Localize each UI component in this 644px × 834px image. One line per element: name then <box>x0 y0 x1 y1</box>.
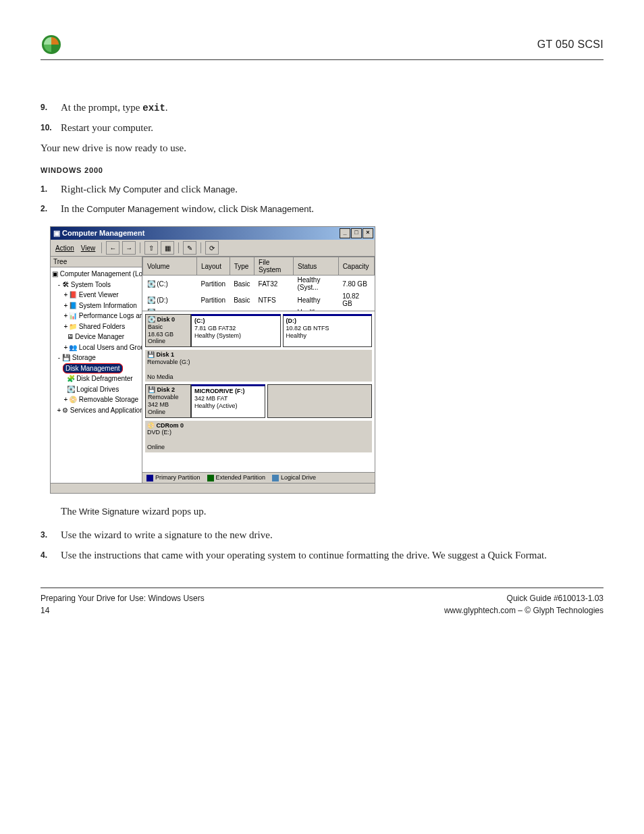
paragraph-ready: Your new drive is now ready to use. <box>41 142 603 154</box>
maximize-button[interactable]: □ <box>351 228 362 238</box>
window-icon: ▣ <box>53 229 60 237</box>
section-heading-windows2000: WINDOWS 2000 <box>41 166 603 174</box>
toolbar-forward-button[interactable]: → <box>122 241 136 255</box>
paragraph-wizard: The Write Signature wizard pops up. <box>61 506 603 517</box>
footer-guide-id: Quick Guide #610013-1.03 <box>507 594 603 603</box>
right-pane: Volume Layout Type File System Status Ca… <box>142 257 375 483</box>
step-1: 1. Right-click My Computer and click Man… <box>41 182 603 197</box>
steps-after-wizard: 3. Use the wizard to write a signature t… <box>41 528 603 563</box>
disk-row: 💽 Disk 0 Basic 18.63 GB Online (C:) 7.81… <box>145 314 372 347</box>
page-footer: Preparing Your Drive for Use: Windows Us… <box>41 594 603 615</box>
volume-row: 💽 (D:) Partition Basic NTFS Healthy 10.8… <box>143 292 375 308</box>
tree-header: Tree <box>51 257 142 267</box>
disk-graphical-view[interactable]: 💽 Disk 0 Basic 18.63 GB Online (C:) 7.81… <box>142 311 375 472</box>
titlebar: ▣ Computer Management _ □ × <box>51 227 375 240</box>
tree-item-disk-management[interactable]: Disk Management <box>63 363 123 374</box>
tree-pane: Tree ▣ Computer Management (Local) -🛠 Sy… <box>51 257 142 483</box>
disk-row: 💾 Disk 1 Removable (G:) No Media <box>145 350 372 382</box>
screenshot-computer-management: ▣ Computer Management _ □ × Action View … <box>50 226 375 494</box>
close-button[interactable]: × <box>363 228 373 238</box>
disk-row: 💾 Disk 2 Removable 342 MB Online MICRODR… <box>145 384 372 417</box>
window-title: Computer Management <box>62 229 144 237</box>
toolbar-up-button[interactable]: ⇧ <box>144 241 158 255</box>
disk-row: 📀 CDRom 0 DVD (E:) Online <box>145 421 372 452</box>
volume-row: 💽 (C:) Partition Basic FAT32 Healthy (Sy… <box>143 276 375 292</box>
toolbar-back-button[interactable]: ← <box>106 241 119 255</box>
step-9: 9. At the prompt, type exit. <box>41 101 603 115</box>
footer-section-title: Preparing Your Drive for Use: Windows Us… <box>41 594 205 603</box>
steps-continued: 9. At the prompt, type exit. 10. Restart… <box>41 101 603 136</box>
page-header: GT 050 SCSI <box>41 34 603 60</box>
step-3: 3. Use the wizard to write a signature t… <box>41 528 603 543</box>
glyph-logo-icon <box>41 34 62 55</box>
page-number: 14 <box>41 606 49 615</box>
footer-rule <box>41 588 603 588</box>
minimize-button[interactable]: _ <box>340 228 350 238</box>
toolbar-show-button[interactable]: ▦ <box>161 241 174 255</box>
menu-view[interactable]: View <box>79 244 98 252</box>
step-10: 10. Restart your computer. <box>41 121 603 136</box>
toolbar-properties-button[interactable]: ✎ <box>183 241 196 255</box>
device-title: GT 050 SCSI <box>537 38 603 51</box>
step-2: 2. In the Computer Management window, cl… <box>41 202 603 217</box>
toolbar-refresh-button[interactable]: ⟳ <box>205 241 219 255</box>
tree-content[interactable]: ▣ Computer Management (Local) -🛠 System … <box>51 267 142 483</box>
volume-list[interactable]: Volume Layout Type File System Status Ca… <box>142 257 375 311</box>
footer-copyright: www.glyphtech.com – © Glyph Technologies <box>444 606 603 615</box>
step-4: 4. Use the instructions that came with y… <box>41 548 603 563</box>
menubar: Action View ← → ⇧ ▦ ✎ ⟳ <box>51 240 375 257</box>
menu-action[interactable]: Action <box>53 244 76 252</box>
legend: Primary Partition Extended Partition Log… <box>142 472 375 483</box>
steps-windows2000: 1. Right-click My Computer and click Man… <box>41 182 603 217</box>
